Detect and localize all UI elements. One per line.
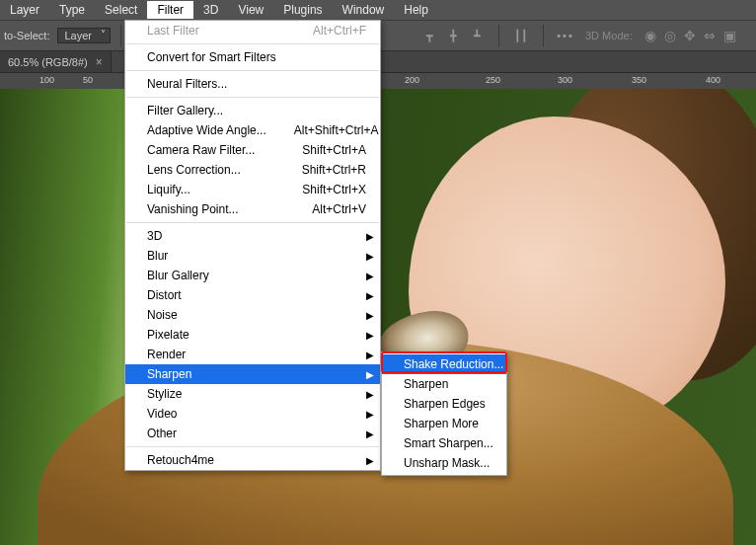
menu-label: Liquify... xyxy=(147,183,190,196)
menu-render[interactable]: Render▶ xyxy=(125,345,380,364)
align-top-icon[interactable]: ┳ xyxy=(417,25,441,46)
separator xyxy=(126,222,379,223)
menu-label: Lens Correction... xyxy=(147,163,241,177)
submenu-arrow-icon: ▶ xyxy=(366,231,374,242)
menu-label: Vanishing Point... xyxy=(147,202,239,216)
document-tab[interactable]: 60.5% (RGB/8#) × xyxy=(0,51,112,72)
menu-label: Distort xyxy=(147,288,182,302)
submenu-unsharp-mask[interactable]: Unsharp Mask... xyxy=(382,453,506,473)
menu-label: Sharpen xyxy=(147,367,191,381)
zoom-icon[interactable]: ▣ xyxy=(723,28,736,43)
menu-shortcut: Alt+Shift+Ctrl+A xyxy=(294,123,379,137)
separator xyxy=(126,43,379,44)
menu-noise[interactable]: Noise▶ xyxy=(125,305,380,325)
menu-type[interactable]: Type xyxy=(49,1,95,19)
submenu-arrow-icon: ▶ xyxy=(366,330,374,341)
menu-video[interactable]: Video▶ xyxy=(125,404,380,424)
menu-bar: LayerTypeSelectFilter3DViewPluginsWindow… xyxy=(0,0,756,20)
ruler-tick: 100 xyxy=(39,75,54,85)
menu-window[interactable]: Window xyxy=(333,1,395,19)
menu-label: 3D xyxy=(147,229,162,243)
slide-icon[interactable]: ⇔ xyxy=(704,28,716,43)
menu-vanishing-point[interactable]: Vanishing Point...Alt+Ctrl+V xyxy=(125,199,380,219)
ruler-tick: 350 xyxy=(632,75,646,85)
autoselect-label: to-Select: xyxy=(4,30,49,41)
menu-shortcut: Shift+Ctrl+R xyxy=(302,163,366,177)
align-vcenter-icon[interactable]: ╋ xyxy=(441,25,465,46)
menu-sharpen[interactable]: Sharpen▶ xyxy=(125,364,380,384)
ruler-tick: 50 xyxy=(83,75,93,85)
submenu-label: Shake Reduction... xyxy=(404,357,503,371)
menu-label: Blur Gallery xyxy=(147,269,209,282)
menu-other[interactable]: Other▶ xyxy=(125,424,380,443)
menu-label: Filter Gallery... xyxy=(147,104,223,117)
menu-shortcut: Shift+Ctrl+A xyxy=(302,143,366,157)
menu-convert-smart[interactable]: Convert for Smart Filters xyxy=(125,47,380,67)
menu-view[interactable]: View xyxy=(228,1,273,19)
menu-label: Pixelate xyxy=(147,328,189,342)
more-icon[interactable]: ••• xyxy=(554,25,577,46)
ruler-tick: 300 xyxy=(558,75,572,85)
menu-label: Retouch4me xyxy=(147,453,214,467)
menu-stylize[interactable]: Stylize▶ xyxy=(125,384,380,404)
menu-label: Stylize xyxy=(147,387,182,401)
align-bottom-icon[interactable]: ┻ xyxy=(465,25,489,46)
submenu-arrow-icon: ▶ xyxy=(366,428,374,439)
align-left-icon[interactable]: ┃┃ xyxy=(509,25,533,46)
submenu-arrow-icon: ▶ xyxy=(366,251,374,262)
menu-blur-gallery[interactable]: Blur Gallery▶ xyxy=(125,266,380,285)
menu-blur[interactable]: Blur▶ xyxy=(125,246,380,266)
ruler-tick: 200 xyxy=(405,75,419,85)
menu-3d[interactable]: 3D▶ xyxy=(125,226,380,246)
ruler-tick: 400 xyxy=(706,75,720,85)
menu-label: Noise xyxy=(147,308,178,322)
menu-retouch4me[interactable]: Retouch4me▶ xyxy=(125,450,380,470)
menu-help[interactable]: Help xyxy=(394,1,438,19)
mode-label: 3D Mode: xyxy=(585,30,633,41)
menu-filter-gallery[interactable]: Filter Gallery... xyxy=(125,101,380,120)
menu-label: Last Filter xyxy=(147,24,199,38)
submenu-sharpen-more[interactable]: Sharpen More xyxy=(382,414,506,433)
menu-last-filter[interactable]: Last Filter Alt+Ctrl+F xyxy=(125,21,380,40)
menu-shortcut: Alt+Ctrl+V xyxy=(312,202,366,216)
submenu-sharpen[interactable]: Sharpen xyxy=(382,374,506,394)
close-icon[interactable]: × xyxy=(96,55,103,69)
menu-lens-correction[interactable]: Lens Correction...Shift+Ctrl+R xyxy=(125,160,380,180)
menu-liquify[interactable]: Liquify...Shift+Ctrl+X xyxy=(125,180,380,199)
submenu-arrow-icon: ▶ xyxy=(366,369,374,380)
separator xyxy=(543,25,544,46)
menu-plugins[interactable]: Plugins xyxy=(273,1,332,19)
menu-camera-raw[interactable]: Camera Raw Filter...Shift+Ctrl+A xyxy=(125,140,380,160)
orbit-icon[interactable]: ◉ xyxy=(644,28,656,43)
submenu-arrow-icon: ▶ xyxy=(366,310,374,321)
menu-adaptive-wide-angle[interactable]: Adaptive Wide Angle...Alt+Shift+Ctrl+A xyxy=(125,120,380,140)
pan-icon[interactable]: ✥ xyxy=(684,28,696,43)
menu-layer[interactable]: Layer xyxy=(0,1,49,19)
menu-select[interactable]: Select xyxy=(95,1,147,19)
submenu-label: Unsharp Mask... xyxy=(404,456,490,470)
menu-pixelate[interactable]: Pixelate▶ xyxy=(125,325,380,345)
document-title: 60.5% (RGB/8#) xyxy=(8,56,88,68)
submenu-arrow-icon: ▶ xyxy=(366,455,374,466)
menu-distort[interactable]: Distort▶ xyxy=(125,285,380,305)
submenu-label: Smart Sharpen... xyxy=(404,436,493,450)
submenu-label: Sharpen Edges xyxy=(404,397,486,411)
menu-shortcut: Alt+Ctrl+F xyxy=(313,24,366,38)
separator xyxy=(126,70,379,71)
separator xyxy=(498,25,499,46)
submenu-arrow-icon: ▶ xyxy=(366,409,374,420)
submenu-shake-reduction[interactable]: Shake Reduction... xyxy=(382,354,506,374)
menu-label: Camera Raw Filter... xyxy=(147,143,255,157)
separator xyxy=(120,25,121,46)
menu-3d[interactable]: 3D xyxy=(193,1,228,19)
submenu-smart-sharpen[interactable]: Smart Sharpen... xyxy=(382,433,506,453)
submenu-label: Sharpen xyxy=(404,377,448,391)
menu-label: Other xyxy=(147,427,177,440)
menu-neural-filters[interactable]: Neural Filters... xyxy=(125,74,380,94)
roll-icon[interactable]: ◎ xyxy=(664,28,676,43)
menu-filter[interactable]: Filter xyxy=(147,1,193,19)
submenu-arrow-icon: ▶ xyxy=(366,271,374,281)
submenu-arrow-icon: ▶ xyxy=(366,290,374,301)
autoselect-dropdown[interactable]: Layer xyxy=(57,28,111,43)
submenu-sharpen-edges[interactable]: Sharpen Edges xyxy=(382,394,506,414)
